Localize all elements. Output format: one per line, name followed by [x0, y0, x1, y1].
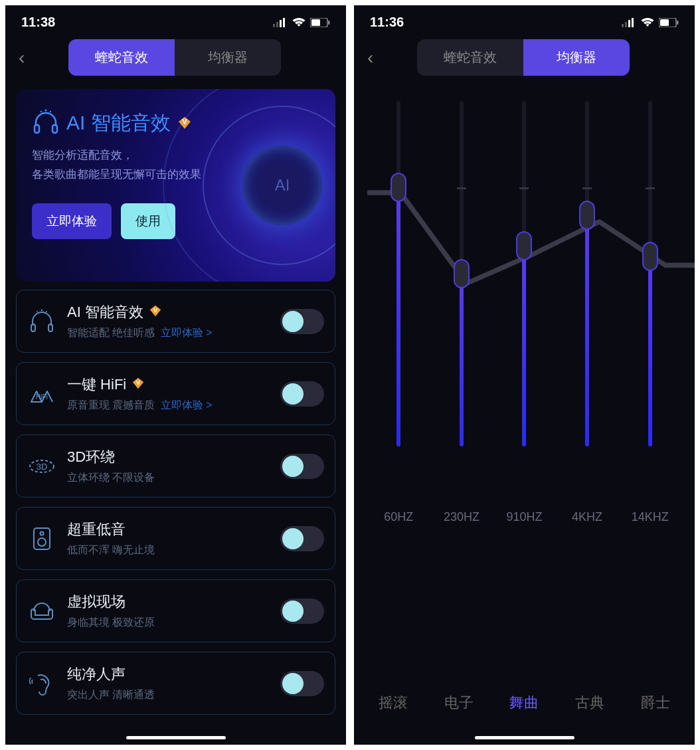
eq-band-label: 910HZ: [493, 510, 556, 524]
effect-toggle[interactable]: [280, 671, 324, 696]
status-time: 11:36: [370, 15, 404, 30]
eq-thumb[interactable]: [579, 201, 595, 230]
effect-title: 一键 HiFi: [67, 375, 126, 395]
svg-rect-31: [660, 19, 669, 26]
svg-point-16: [37, 311, 38, 312]
try-now-button[interactable]: 立即体验: [32, 203, 112, 239]
eq-thumb[interactable]: [454, 259, 470, 288]
battery-icon: [659, 18, 679, 27]
eq-thumb[interactable]: [516, 231, 532, 260]
effect-toggle[interactable]: [280, 454, 324, 479]
preset-tabs[interactable]: 摇滚电子舞曲古典爵士: [354, 693, 695, 713]
svg-point-9: [45, 110, 47, 112]
effect-body: 纯净人声 突出人声 清晰通透: [67, 664, 270, 702]
svg-point-25: [38, 538, 46, 546]
status-icons: [622, 17, 679, 28]
svg-rect-26: [622, 24, 624, 27]
svg-text:V: V: [136, 379, 140, 386]
nav-bar: ‹ 蝰蛇音效 均衡器: [5, 35, 346, 81]
eq-track[interactable]: [460, 101, 464, 446]
effect-list: AI 智能音效V 智能适配 绝佳听感 立即体验 > HiFi 一键 HiFiV …: [5, 290, 346, 715]
tab-effects[interactable]: 蝰蛇音效: [417, 39, 523, 76]
effect-body: 一键 HiFiV 原音重现 震撼音质 立即体验 >: [67, 375, 270, 413]
tab-equalizer[interactable]: 均衡器: [175, 39, 281, 76]
try-link[interactable]: 立即体验 >: [157, 399, 212, 411]
effect-toggle[interactable]: [280, 309, 324, 334]
svg-rect-6: [328, 21, 330, 25]
tab-segment[interactable]: 蝰蛇音效 均衡器: [417, 39, 630, 76]
svg-rect-29: [632, 18, 634, 27]
battery-icon: [310, 18, 330, 27]
hifi-icon: HiFi: [27, 379, 56, 409]
effect-card[interactable]: HiFi 一键 HiFiV 原音重现 震撼音质 立即体验 >: [16, 362, 335, 425]
effect-body: 超重低音 低而不浑 嗨无止境: [67, 519, 270, 557]
eq-band: [430, 101, 493, 500]
back-button[interactable]: ‹: [365, 45, 376, 71]
svg-rect-0: [273, 24, 275, 27]
effect-subtitle: 立体环绕 不限设备: [67, 471, 270, 485]
try-link[interactable]: 立即体验 >: [157, 327, 212, 338]
eq-track[interactable]: [648, 101, 652, 446]
eq-band-label: 230HZ: [430, 510, 493, 524]
svg-point-11: [50, 111, 51, 112]
effect-body: 虚拟现场 身临其境 极致还原: [67, 592, 270, 630]
equalizer-sliders: [367, 81, 681, 500]
eq-track[interactable]: [585, 101, 589, 446]
wifi-icon: [292, 17, 306, 28]
preset-tab[interactable]: 舞曲: [509, 693, 539, 713]
eq-track[interactable]: [396, 101, 400, 446]
svg-text:HiFi: HiFi: [36, 393, 48, 401]
effect-title: 3D环绕: [67, 447, 115, 467]
effect-subtitle: 智能适配 绝佳听感 立即体验 >: [67, 326, 270, 340]
eq-band: [556, 101, 619, 500]
effect-body: AI 智能音效V 智能适配 绝佳听感 立即体验 >: [67, 302, 270, 340]
eq-band-label: 60HZ: [367, 510, 430, 524]
home-indicator[interactable]: [475, 736, 574, 739]
effect-subtitle: 原音重现 震撼音质 立即体验 >: [67, 399, 270, 413]
effect-card[interactable]: 纯净人声 突出人声 清晰通透: [16, 652, 335, 715]
hero-card: AI AI 智能音效 V 智能分析适配音效， 各类歌曲都能呈现无懈可击的效果 立…: [16, 89, 335, 282]
tab-segment[interactable]: 蝰蛇音效 均衡器: [68, 39, 281, 76]
eq-band: [367, 101, 430, 500]
sofa-icon: [27, 597, 56, 626]
cellular-icon: [622, 18, 636, 27]
nav-bar: ‹ 蝰蛇音效 均衡器: [354, 35, 695, 81]
svg-rect-7: [35, 125, 39, 133]
preset-tab[interactable]: 古典: [575, 693, 604, 713]
effect-subtitle: 低而不浑 嗨无止境: [67, 543, 270, 557]
headphones-icon: [32, 109, 60, 137]
svg-text:V: V: [153, 307, 157, 314]
svg-rect-3: [283, 18, 285, 27]
ai-orb: AI: [242, 145, 322, 225]
svg-rect-27: [625, 22, 627, 27]
speaker-icon: [27, 524, 56, 553]
equalizer-screen: 11:36 ‹ 蝰蛇音效 均衡器 60HZ: [354, 5, 695, 745]
effect-toggle[interactable]: [280, 381, 324, 407]
eq-track[interactable]: [522, 101, 526, 446]
svg-rect-5: [311, 19, 320, 26]
preset-tab[interactable]: 摇滚: [379, 693, 408, 713]
effect-toggle[interactable]: [280, 599, 324, 624]
effect-card[interactable]: AI 智能音效V 智能适配 绝佳听感 立即体验 >: [16, 290, 335, 353]
effect-toggle[interactable]: [280, 526, 324, 551]
effect-card[interactable]: 虚拟现场 身临其境 极致还原: [16, 579, 335, 642]
home-indicator[interactable]: [126, 736, 226, 739]
hero-title: AI 智能音效: [66, 110, 171, 137]
preset-tab[interactable]: 电子: [444, 693, 474, 713]
svg-rect-2: [280, 20, 282, 27]
back-button[interactable]: ‹: [16, 45, 27, 71]
preset-tab[interactable]: 爵士: [641, 693, 670, 713]
status-bar: 11:38: [5, 5, 346, 35]
eq-thumb[interactable]: [642, 242, 658, 271]
effect-card[interactable]: 超重低音 低而不浑 嗨无止境: [16, 507, 335, 570]
effect-body: 3D环绕 立体环绕 不限设备: [67, 447, 270, 485]
surround-icon: 3D: [27, 452, 56, 481]
tab-equalizer[interactable]: 均衡器: [523, 39, 630, 76]
eq-thumb[interactable]: [391, 173, 406, 202]
effect-card[interactable]: 3D 3D环绕 立体环绕 不限设备: [16, 434, 335, 498]
svg-rect-28: [628, 20, 630, 27]
equalizer-labels: 60HZ230HZ910HZ4KHZ14KHZ: [367, 510, 681, 524]
tab-effects[interactable]: 蝰蛇音效: [68, 39, 175, 76]
svg-point-24: [41, 531, 44, 535]
svg-point-17: [46, 311, 47, 312]
